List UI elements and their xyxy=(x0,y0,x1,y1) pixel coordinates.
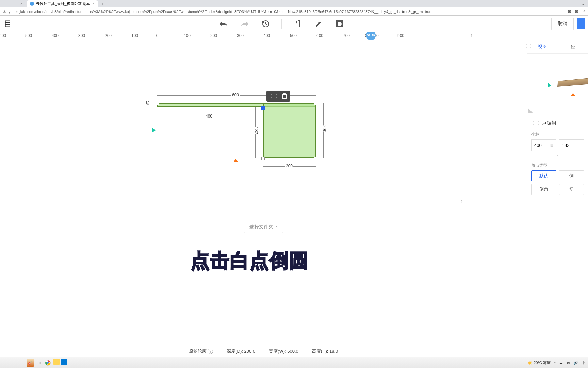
ruler-mark: 100 xyxy=(184,33,191,38)
guide-horizontal xyxy=(0,107,157,107)
taskbar-app-1[interactable]: 🎸 xyxy=(27,359,34,367)
shape-icon[interactable] xyxy=(334,18,345,29)
menu-button[interactable]: 目 xyxy=(3,19,12,29)
corner-default-button[interactable]: 默认 xyxy=(531,170,556,181)
preview-3d[interactable]: ◣ xyxy=(527,54,588,115)
redo-icon[interactable] xyxy=(239,18,250,29)
handle[interactable] xyxy=(314,102,317,105)
tray-sound-icon[interactable]: 🔊 xyxy=(573,361,578,365)
tab-favicon-icon xyxy=(30,2,34,6)
ruler-mark: 400 xyxy=(263,33,270,38)
ruler-mark: 600 xyxy=(316,33,323,38)
collapse-panel-icon[interactable]: › xyxy=(460,197,463,205)
translate-icon[interactable]: ⊡ xyxy=(575,9,578,14)
site-info-icon[interactable]: ⓘ xyxy=(3,9,6,14)
handle[interactable] xyxy=(156,102,159,105)
ruler-horizontal: 600 -500 -400 -300 -200 -100 0 100 200 3… xyxy=(0,32,588,40)
preview-shape xyxy=(557,78,588,86)
taskbar-chrome-icon[interactable] xyxy=(44,359,52,367)
guide-vertical xyxy=(263,40,263,108)
select-folder-button[interactable]: 选择文件夹 › xyxy=(244,221,283,233)
caption-overlay: 点击白点倒圆 xyxy=(191,248,309,274)
help-icon[interactable]: ? xyxy=(208,349,213,354)
cancel-button[interactable]: 取消 xyxy=(551,18,574,30)
confirm-button[interactable] xyxy=(577,18,585,29)
grip-icon[interactable]: ⋮⋮ xyxy=(269,94,279,98)
ruler-mark: 900 xyxy=(397,33,404,38)
corner-chamfer-button[interactable]: 倒角 xyxy=(531,184,556,195)
taskbar-explorer-icon[interactable] xyxy=(53,359,60,365)
tray-expand-icon[interactable]: ^ xyxy=(554,361,556,365)
browser-tab-strip: × 云设计工具_设计_极简卧室-副本 × + ⌄ xyxy=(0,0,588,7)
folder-button-label: 选择文件夹 xyxy=(249,224,273,230)
resize-corner-icon[interactable]: ◣ xyxy=(528,107,533,113)
ime-indicator[interactable]: 中 xyxy=(582,360,585,365)
import-icon[interactable] xyxy=(292,18,303,29)
triangle-orange-icon xyxy=(571,93,575,96)
coord-y-input[interactable]: 182 xyxy=(559,139,584,151)
undo-icon[interactable] xyxy=(218,18,229,29)
panel-drag-icon[interactable]: ⋮⋮ xyxy=(524,44,533,48)
dim-label: 400 xyxy=(205,114,213,119)
taskbar-app-5[interactable] xyxy=(61,359,67,365)
corner-cut-button[interactable]: 切 xyxy=(559,184,584,195)
triangle-orange-icon xyxy=(233,159,238,162)
dim-label: 182 xyxy=(253,127,259,134)
ruler-mark: 700 xyxy=(343,33,350,38)
url-text[interactable]: yun.kujiale.com/cloud/tool/h5/bim?redire… xyxy=(9,10,431,14)
ruler-mark: -400 xyxy=(50,33,59,38)
coord-x-input[interactable]: 400 ▤ xyxy=(531,139,556,151)
right-panel: ⋮⋮ 视图 碰 ◣ ⋮⋮ 点编辑 坐标 400 ▤ 182 × 角点类型 xyxy=(527,40,588,357)
install-icon[interactable]: ⊞ xyxy=(568,9,571,14)
ruler-mark: 0 xyxy=(156,33,159,38)
section-point-edit: ⋮⋮ 点编辑 xyxy=(527,115,588,129)
stepper-icon[interactable]: ▤ xyxy=(550,143,553,147)
share-icon[interactable]: ↗ xyxy=(582,9,585,14)
ruler-mark: 500 xyxy=(290,33,297,38)
tray-display-icon[interactable]: 🖥 xyxy=(566,361,570,365)
ruler-mark: -300 xyxy=(77,33,85,38)
tray-icon[interactable]: ☁ xyxy=(559,361,563,365)
handle[interactable] xyxy=(261,157,265,160)
trash-icon[interactable] xyxy=(281,93,288,99)
ruler-mark: -200 xyxy=(103,33,112,38)
tab-title: 云设计工具_设计_极简卧室-副本 xyxy=(36,1,90,6)
dim-label: 200 xyxy=(285,164,293,168)
tab-other[interactable]: 碰 xyxy=(558,40,588,53)
taskbar-app-2[interactable]: ⊞ xyxy=(35,359,43,367)
ruler-mark: 600 xyxy=(0,33,6,38)
handle-selected[interactable] xyxy=(261,106,265,110)
handle[interactable] xyxy=(314,157,317,160)
canvas[interactable]: 600 400 200 200 182 18 ⋮⋮ 选择文件夹 xyxy=(0,40,527,357)
dim-label: 200 xyxy=(321,125,327,132)
dash-line xyxy=(156,158,263,158)
address-bar: ⓘ yun.kujiale.com/cloud/tool/h5/bim?redi… xyxy=(0,7,588,16)
coord-label: 坐标 xyxy=(527,129,588,139)
weather-widget[interactable]: ☀️ 20°C 雾霾 xyxy=(528,360,551,365)
clear-x-button[interactable]: × xyxy=(527,154,588,160)
browser-tab-1[interactable]: × xyxy=(17,0,26,7)
ruler-mark: 1 xyxy=(471,33,473,38)
edit-icon[interactable] xyxy=(313,18,324,29)
windows-taskbar[interactable]: 🎸 ⊞ ☀️ 20°C 雾霾 ^ ☁ 🖥 🔊 中 xyxy=(0,357,588,368)
browser-tab-2[interactable]: 云设计工具_设计_极简卧室-副本 × xyxy=(27,0,98,7)
svg-point-2 xyxy=(338,22,342,26)
depth-value: 深度(D): 200.0 xyxy=(227,348,255,354)
status-bar: 原始轮廓 ? 深度(D): 200.0 宽度(W): 600.0 高度(H): … xyxy=(0,345,527,357)
tab-close-icon[interactable]: × xyxy=(20,2,22,6)
ruler-mark: 200 xyxy=(210,33,217,38)
ruler-mark: 300 xyxy=(237,33,244,38)
drag-icon[interactable]: ⋮⋮ xyxy=(531,120,541,126)
triangle-green-icon xyxy=(152,128,156,132)
corner-fillet-button[interactable]: 倒 xyxy=(559,170,584,181)
handle[interactable] xyxy=(155,107,158,110)
triangle-green-icon xyxy=(548,83,551,87)
tab-close-icon[interactable]: × xyxy=(92,2,94,6)
ruler-mark: -100 xyxy=(130,33,138,38)
chevron-right-icon: › xyxy=(276,224,278,230)
new-tab-button[interactable]: + xyxy=(99,2,106,6)
delete-popup: ⋮⋮ xyxy=(266,91,290,102)
history-icon[interactable] xyxy=(260,18,271,29)
original-outline-label: 原始轮廓 xyxy=(189,349,207,354)
shape-square[interactable] xyxy=(263,103,316,158)
